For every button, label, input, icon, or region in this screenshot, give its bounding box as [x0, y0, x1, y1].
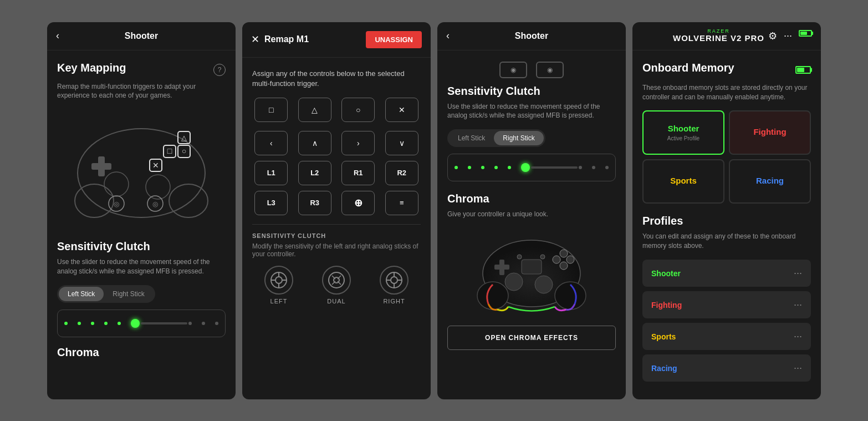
slider-dot — [91, 322, 94, 325]
profile-item-racing[interactable]: Racing ··· — [642, 354, 811, 382]
dpad-right-button[interactable]: › — [341, 131, 375, 155]
profile-item-fighting[interactable]: Fighting ··· — [642, 291, 811, 318]
sensitivity-slider3[interactable] — [447, 154, 616, 181]
back-button-screen3[interactable]: ‹ — [446, 30, 450, 42]
svg-point-35 — [555, 282, 586, 310]
chroma-title1: Chroma — [57, 346, 226, 359]
battery-fill — [800, 32, 807, 35]
dpad-up-button[interactable]: ∧ — [298, 131, 331, 155]
profile-more-racing[interactable]: ··· — [794, 362, 802, 374]
memory-slot-racing[interactable]: Racing — [729, 159, 811, 204]
memory-slot-sports[interactable]: Sports — [642, 159, 724, 204]
slot-sports-name: Sports — [670, 176, 697, 185]
l2-button[interactable]: L2 — [298, 161, 331, 185]
unassign-button[interactable]: UNASSIGN — [366, 31, 422, 48]
svg-point-38 — [505, 273, 523, 291]
slider-dot — [468, 166, 471, 169]
r2-button[interactable]: R2 — [385, 161, 418, 185]
square-button[interactable]: □ — [254, 98, 288, 122]
chroma-section1: Chroma — [57, 346, 226, 359]
svg-point-45 — [517, 255, 522, 259]
back-button-screen1[interactable]: ‹ — [56, 30, 59, 42]
right-stick-tab3[interactable]: Right Stick — [494, 131, 543, 145]
svg-point-39 — [535, 276, 553, 293]
profile-name-sports: Sports — [651, 332, 676, 341]
r3-button[interactable]: R3 — [298, 191, 331, 215]
svg-point-20 — [275, 277, 282, 283]
sc-dual-item[interactable]: DUAL — [310, 266, 363, 305]
profile-name-shooter: Shooter — [651, 269, 681, 278]
sensitivity-clutch-section1: Sensitivity Clutch Use the slider to red… — [57, 240, 226, 337]
svg-point-46 — [540, 255, 545, 259]
key-mapping-section: Key Mapping ? Remap the multi-function t… — [57, 62, 226, 101]
memory-slot-shooter[interactable]: Shooter Active Profile — [642, 110, 724, 155]
sc-left-item[interactable]: LEFT — [252, 266, 305, 305]
sc-desc: Modify the sensitivity of the left and r… — [252, 242, 421, 258]
svg-rect-37 — [494, 265, 509, 270]
svg-text:◎: ◎ — [152, 200, 158, 208]
left-stick-tab3[interactable]: Left Stick — [449, 131, 494, 145]
onboard-memory-title: Onboard Memory — [642, 62, 734, 74]
sensitivity-clutch-desc3: Use the slider to reduce the movement sp… — [447, 102, 616, 121]
sc-right-item[interactable]: RIGHT — [367, 266, 421, 305]
profile-more-sports[interactable]: ··· — [794, 331, 802, 342]
leftstick-icon-button[interactable]: ⊕ — [341, 191, 375, 215]
memory-slots-grid: Shooter Active Profile Fighting Sports R… — [642, 110, 811, 204]
sc-right-label: RIGHT — [383, 298, 405, 305]
circle-button[interactable]: ○ — [341, 98, 375, 122]
svg-text:△: △ — [181, 134, 187, 142]
gear-button[interactable]: ⚙ — [768, 30, 777, 42]
chroma-section3: Chroma Give your controller a unique loo… — [447, 192, 616, 350]
dpad-row: ‹ ∧ › ∨ — [252, 131, 421, 155]
svg-point-25 — [329, 272, 344, 288]
controller-svg: □ △ ✕ ○ ◎ ◎ — [69, 115, 213, 226]
svg-point-1 — [75, 184, 114, 217]
svg-point-41 — [560, 250, 568, 257]
screen2-remap: ✕ Remap M1 UNASSIGN Assign any of the co… — [242, 22, 431, 399]
chroma-controller — [476, 228, 587, 317]
help-icon[interactable]: ? — [213, 64, 226, 76]
left-stick-tab1[interactable]: Left Stick — [59, 287, 104, 301]
r1-button[interactable]: R1 — [341, 161, 375, 185]
close-button-screen2[interactable]: ✕ — [251, 33, 259, 45]
dpad-down-button[interactable]: ∨ — [385, 131, 418, 155]
sensitivity-slider1[interactable] — [57, 310, 226, 337]
slider-track-gray — [141, 322, 187, 324]
remap-desc: Assign any of the controls below to the … — [252, 69, 421, 89]
l1-button[interactable]: L1 — [254, 161, 288, 185]
svg-point-40 — [553, 256, 560, 263]
slider-thumb1[interactable] — [131, 319, 140, 328]
screen3-title: Shooter — [515, 31, 548, 41]
slider-dot — [215, 322, 218, 325]
screen3-header: ‹ Shooter — [437, 22, 626, 50]
profile-item-sports[interactable]: Sports ··· — [642, 323, 811, 350]
right-stick-tab1[interactable]: Right Stick — [104, 287, 153, 301]
stick-tabs1: Left Stick Right Stick — [57, 285, 155, 303]
slider-dot — [188, 322, 192, 325]
slider-track-gray3 — [531, 166, 578, 169]
dpad-left-button[interactable]: ‹ — [254, 131, 288, 155]
profile-more-fighting[interactable]: ··· — [794, 299, 802, 311]
menu-button[interactable]: ≡ — [385, 191, 418, 215]
profile-more-shooter[interactable]: ··· — [794, 267, 802, 279]
sc-left-label: LEFT — [270, 298, 288, 305]
svg-point-2 — [169, 184, 208, 217]
open-chroma-button[interactable]: OPEN CHROMA EFFECTS — [447, 326, 616, 350]
profiles-section: Profiles You can edit and assign any of … — [642, 215, 811, 382]
battery-icon — [799, 30, 812, 37]
l3-button[interactable]: L3 — [254, 191, 288, 215]
cross-button[interactable]: ✕ — [385, 98, 418, 122]
slider-dot — [494, 166, 498, 169]
slider-dot — [78, 322, 81, 325]
svg-point-34 — [477, 282, 508, 310]
slider-dot — [592, 166, 595, 169]
triangle-button[interactable]: △ — [298, 98, 331, 122]
profile-item-shooter[interactable]: Shooter ··· — [642, 260, 811, 287]
onboard-memory-desc: These onboard memory slots are stored di… — [642, 83, 811, 102]
svg-point-42 — [566, 256, 574, 263]
memory-slot-fighting[interactable]: Fighting — [729, 110, 811, 155]
slider-thumb3[interactable] — [521, 163, 530, 172]
sc-left-icon — [264, 266, 293, 295]
bottom-row: L3 R3 ⊕ ≡ — [252, 191, 421, 215]
more-button[interactable]: ··· — [784, 30, 792, 42]
